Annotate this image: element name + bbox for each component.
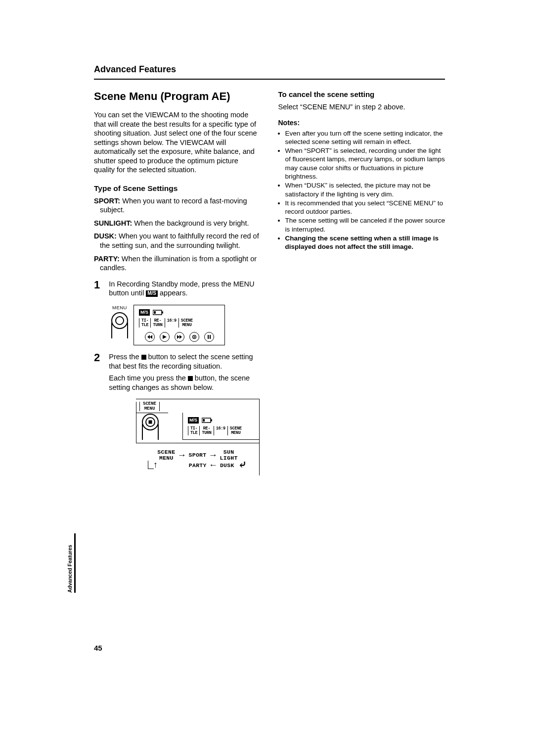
svg-point-0 <box>112 313 128 329</box>
step1-text-b: appears. <box>158 289 187 297</box>
steps: 1 In Recording Standby mode, press the M… <box>94 280 261 475</box>
scene-menu-button-illustration: SCENE MENU <box>136 402 168 440</box>
setting-item: DUSK: When you want to faithfully record… <box>94 232 261 250</box>
cancel-text: Select “SCENE MENU” in step 2 above. <box>278 102 445 112</box>
page-title: Scene Menu (Program AE) <box>94 90 261 103</box>
battery-icon <box>202 418 213 423</box>
notes-heading: Notes: <box>278 119 445 128</box>
svg-marker-11 <box>179 335 182 339</box>
svg-rect-6 <box>154 311 156 314</box>
cycle-scene-menu: SCENE MENU <box>157 449 175 461</box>
arrow-right-icon: → <box>211 452 216 459</box>
cycle-party: PARTY <box>189 463 207 469</box>
cycle-diagram: SCENE MENU → SPORT → SUN LIGHT ↑ PARTY <box>136 443 259 475</box>
osd-menu-row: TI- TLERE- TURN16:9SCENE MENU <box>139 318 220 328</box>
cancel-heading: To cancel the scene setting <box>278 90 445 99</box>
figure-menu-press: MENU <box>109 305 261 346</box>
divider <box>94 79 445 80</box>
osd-screen: M/S TI- TLERE- TURN16:9SCENE MENU <box>134 305 225 346</box>
section-header: Advanced Features <box>94 64 445 75</box>
setting-item: PARTY: When the illumination is from a s… <box>94 254 261 273</box>
svg-point-1 <box>116 317 124 325</box>
fastforward-icon <box>175 332 184 342</box>
svg-marker-7 <box>147 335 150 339</box>
svg-rect-5 <box>162 311 163 313</box>
page-number: 45 <box>94 644 102 652</box>
intro-text: You can set the VIEWCAM to the shooting … <box>94 110 261 175</box>
stop-icon <box>189 332 199 342</box>
arrow-right-icon: → <box>179 452 184 459</box>
cycle-sunlight: SUN LIGHT <box>220 449 238 461</box>
play-icon <box>160 332 170 342</box>
battery-icon <box>153 310 164 315</box>
round-button-icon <box>139 413 161 440</box>
figure-scene-cycle: SCENE MENU <box>119 399 261 475</box>
cycle-dusk: DUSK <box>220 463 234 469</box>
arrow-left-icon: ← <box>211 462 216 469</box>
osd-screen-2: M/S TI- TLERE- TUR <box>182 413 259 440</box>
pause-icon <box>204 332 214 342</box>
stop-square-icon <box>141 355 146 360</box>
rewind-icon <box>145 332 155 342</box>
svg-rect-22 <box>211 420 212 422</box>
svg-point-13 <box>193 336 195 338</box>
notes-list: Even after you turn off the scene settin… <box>278 129 445 251</box>
svg-rect-18 <box>149 421 152 424</box>
note-item: Even after you turn off the scene settin… <box>285 129 445 146</box>
svg-marker-10 <box>177 335 179 339</box>
note-item-bold: Changing the scene setting when a still … <box>285 234 445 251</box>
note-item: It is recommended that you select “SCENE… <box>285 199 445 216</box>
scene-btn-label: SCENE MENU <box>143 402 156 411</box>
ms-indicator: M/S <box>139 309 150 316</box>
setting-item: SPORT: When you want to record a fast-mo… <box>94 196 261 215</box>
svg-rect-23 <box>203 419 205 422</box>
step-number: 2 <box>94 352 100 392</box>
playback-controls <box>139 332 220 342</box>
step-2: 2 Press the button to select the scene s… <box>94 352 261 392</box>
step-body: In Recording Standby mode, press the MEN… <box>109 280 261 298</box>
arrow-left-hook-icon: ⤶ <box>238 463 247 468</box>
step-body: Press the button to select the scene set… <box>109 352 261 392</box>
menu-label: MENU <box>112 305 127 311</box>
step-number: 1 <box>94 280 100 298</box>
settings-list: SPORT: When you want to record a fast-mo… <box>94 196 261 273</box>
setting-item: SUNLIGHT: When the background is very br… <box>94 219 261 228</box>
osd-status-row: M/S <box>139 309 220 316</box>
step2-text-a: Press the <box>109 353 141 361</box>
cycle-sport: SPORT <box>188 452 206 458</box>
side-tab: Advanced Features <box>67 533 76 593</box>
svg-rect-15 <box>210 335 211 339</box>
stop-square-icon <box>188 376 193 381</box>
round-button-icon <box>109 312 131 338</box>
svg-marker-8 <box>150 335 152 339</box>
menu-button-illustration: MENU <box>109 305 131 338</box>
osd-menu-row: TI- TLERE- TURN16:9SCENE MENU <box>188 426 254 435</box>
type-heading: Type of Scene Settings <box>94 184 261 193</box>
right-column: To cancel the scene setting Select “SCEN… <box>278 90 445 482</box>
step-1: 1 In Recording Standby mode, press the M… <box>94 280 261 298</box>
note-item: When “SPORT” is selected, recording unde… <box>285 146 445 181</box>
note-item: The scene setting will be canceled if th… <box>285 216 445 234</box>
svg-marker-9 <box>163 335 167 339</box>
svg-rect-14 <box>208 335 209 339</box>
ms-icon: M/S <box>146 290 158 297</box>
note-item: When “DUSK” is selected, the picture may… <box>285 181 445 198</box>
step2-sub-a: Each time you press the <box>109 374 188 382</box>
columns: Scene Menu (Program AE) You can set the … <box>94 90 445 482</box>
left-column: Scene Menu (Program AE) You can set the … <box>94 90 261 482</box>
page: Advanced Features Scene Menu (Program AE… <box>0 0 534 512</box>
ms-indicator: M/S <box>188 417 199 424</box>
